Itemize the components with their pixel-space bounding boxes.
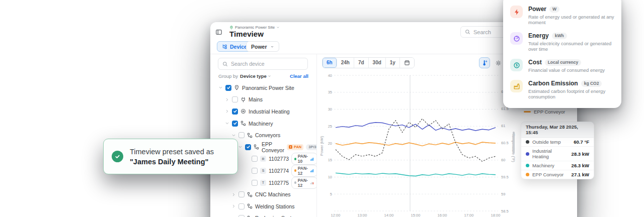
page: Panoramic Power Site Timeview Search Dev… <box>0 0 644 217</box>
metric-description: Rate of energy used or generated at any … <box>528 14 614 25</box>
tree-label: Panoramic Power Site <box>242 85 294 91</box>
search-placeholder: Search <box>473 29 491 35</box>
metrics-popover: PowerW Rate of energy used or generated … <box>503 0 621 108</box>
signal-icon <box>310 157 314 161</box>
chevron-right-icon[interactable] <box>225 109 229 114</box>
svg-text:40: 40 <box>328 73 332 78</box>
temperature-toggle-button[interactable] <box>479 57 490 68</box>
device-search-input[interactable]: Search device <box>218 58 308 70</box>
metric-unit-badge: kg CO2 <box>581 80 602 87</box>
svg-text:15: 15 <box>328 158 332 162</box>
metric-description: Estimated carbon footprint of energy con… <box>528 88 614 99</box>
range-button-7d[interactable]: 7d <box>354 58 369 68</box>
chart-settings-button[interactable] <box>493 57 504 68</box>
tree-checkbox[interactable] <box>232 96 238 102</box>
device-tree-icon <box>222 44 227 49</box>
bolt-icon <box>510 6 523 18</box>
chevron-down-icon[interactable] <box>225 121 229 126</box>
chevron-down-icon <box>270 45 274 49</box>
device-search-placeholder: Search device <box>231 61 265 67</box>
metric-title: Energy <box>528 32 549 39</box>
collapse-panel-icon[interactable] <box>215 29 222 36</box>
chevron-down-icon[interactable] <box>218 85 223 90</box>
tree-checkbox[interactable] <box>238 132 245 138</box>
range-button-1y[interactable]: 1y <box>386 58 400 68</box>
svg-text:60: 60 <box>501 158 505 162</box>
tree-label: Industrial Heating <box>249 108 290 115</box>
tree-label: EPP Conveyor <box>262 141 284 153</box>
sensor-badge: PAN-10 <box>291 153 317 165</box>
tree-row[interactable]: Panoramic Power Site <box>210 82 316 94</box>
tree-row[interactable]: Mains <box>210 94 316 106</box>
metric-definition-row[interactable]: $ CostLocal currency Financial value of … <box>503 55 621 76</box>
metric-definition-row[interactable]: Carbon Emissionkg CO2 Estimated carbon f… <box>503 76 621 103</box>
tree-checkbox[interactable] <box>238 203 245 209</box>
tree-checkbox[interactable] <box>232 108 238 115</box>
tree-row[interactable]: CNC Machines <box>210 188 316 200</box>
toast-preset-name: "James Daily Meeting" <box>130 158 208 166</box>
svg-text:60.5: 60.5 <box>501 141 509 145</box>
tooltip-title: Thursday, Mar 28 2025, 15:45 <box>521 122 594 138</box>
tree-label: Machinery <box>249 121 273 127</box>
toast-message: Timeview preset saved as"James Daily Mee… <box>130 147 214 167</box>
device-tree-pane: Search device Group by Device type Clear… <box>210 54 317 217</box>
tree-checkbox[interactable] <box>245 144 251 150</box>
sensor-badge: PAN-12 <box>291 177 317 189</box>
tree-checkbox[interactable] <box>252 168 258 174</box>
group-by-select[interactable]: Device type <box>240 73 271 79</box>
metric-description: Total electricity consumed or generated … <box>528 41 614 52</box>
svg-text:18:00: 18:00 <box>491 213 501 217</box>
tree-row[interactable]: T1102775 PAN-12 <box>210 177 316 189</box>
phase-config-badge: 3P/3S <box>306 144 317 150</box>
svg-text:13:00: 13:00 <box>358 213 367 217</box>
chevron-down-icon[interactable] <box>238 145 243 149</box>
metric-title: Carbon Emission <box>528 80 578 87</box>
tree-checkbox[interactable] <box>238 191 245 197</box>
svg-text:20: 20 <box>328 141 332 146</box>
tree-row[interactable]: Industrial Heating <box>210 105 316 118</box>
metric-title: Cost <box>528 59 542 66</box>
svg-text:16:00: 16:00 <box>438 213 447 217</box>
tree-row[interactable]: Packaging Systems <box>210 212 316 217</box>
metric-dropdown-label: Power <box>251 44 267 50</box>
tree-checkbox[interactable] <box>238 215 245 217</box>
tree-checkbox[interactable] <box>252 180 258 186</box>
chevron-right-icon[interactable] <box>225 97 229 102</box>
range-button-24h[interactable]: 24h <box>337 58 354 68</box>
legend-item[interactable]: EPP Conveyor <box>524 109 571 115</box>
pan-badge: PAN <box>287 144 303 150</box>
tree-label: Welding Stations <box>255 203 295 209</box>
tree-row[interactable]: Welding Stations <box>210 200 316 212</box>
svg-text:5: 5 <box>330 192 332 196</box>
breadcrumb[interactable]: Panoramic Power Site <box>229 25 280 30</box>
svg-text:Power (kW): Power (kW) <box>319 136 324 156</box>
range-button-30d[interactable]: 30d <box>369 58 386 68</box>
signal-alert-icon <box>310 180 314 185</box>
tree-checkbox[interactable] <box>232 121 238 127</box>
chart-scrollbar[interactable] <box>513 132 515 154</box>
group-by-row: Group by Device type Clear all <box>218 72 308 79</box>
metric-definition-row[interactable]: PowerW Rate of energy used or generated … <box>503 2 621 29</box>
phase-badge: T <box>260 180 266 186</box>
chevron-down-icon[interactable] <box>231 133 236 138</box>
range-button-6h[interactable]: 6h <box>323 58 337 68</box>
calendar-icon[interactable] <box>400 58 414 68</box>
metric-definition-row[interactable]: EnergykWh Total electricity consumed or … <box>503 29 621 55</box>
chevron-right-icon[interactable] <box>231 204 236 208</box>
tree-checkbox[interactable] <box>225 85 231 91</box>
svg-text:$: $ <box>516 63 518 67</box>
svg-text:61: 61 <box>501 124 505 128</box>
workflow-icon <box>247 203 253 209</box>
sensor-badge: PAN-12 <box>291 165 317 177</box>
status-dot <box>294 181 296 184</box>
metric-dropdown[interactable]: Power <box>246 41 279 52</box>
tree-row[interactable]: Machinery <box>210 118 316 130</box>
timeseries-chart[interactable]: 4035302520151056261.56160.56059.55958.51… <box>319 72 515 217</box>
clear-all-link[interactable]: Clear all <box>290 73 308 79</box>
chevron-right-icon[interactable] <box>231 192 236 197</box>
metric-description: Financial value of consumed energy <box>528 67 605 73</box>
svg-text:59: 59 <box>501 192 505 196</box>
tree-checkbox[interactable] <box>252 156 258 162</box>
toast-notification[interactable]: Timeview preset saved as"James Daily Mee… <box>103 139 238 174</box>
tooltip-row: Machinery26.3 kW <box>521 161 594 170</box>
